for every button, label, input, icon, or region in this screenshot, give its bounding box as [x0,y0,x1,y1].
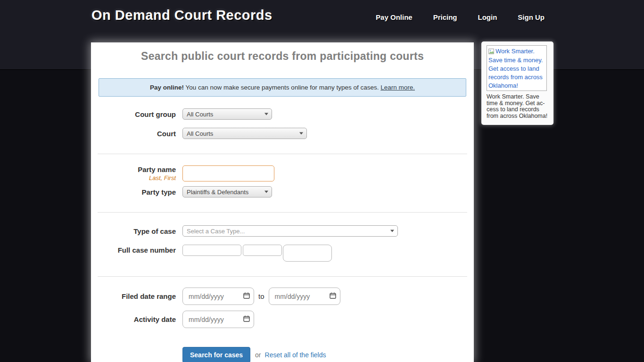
case-number-part3-input[interactable] [283,245,332,262]
party-type-label: Party type [99,188,182,196]
section-divider [98,276,467,277]
court-label: Court [99,130,182,138]
filed-date-from-input[interactable] [182,288,254,305]
court-group-select[interactable]: All Courts [182,108,272,120]
sidebar-ad-card: Work Smarter. Save time & money. Get acc… [481,41,553,125]
page-title: Search public court records from partici… [91,42,474,70]
activity-date-input[interactable] [182,311,254,328]
case-number-part2-input[interactable] [243,245,282,256]
case-type-label: Type of case [99,227,182,235]
section-divider [98,212,467,213]
pay-online-alert: Pay online! You can now make secure paym… [99,78,466,97]
nav-pricing[interactable]: Pricing [433,13,457,21]
search-card: Search public court records from partici… [91,42,474,362]
page: On Demand Court Records Pay Online Prici… [0,0,644,362]
or-text: or [255,351,261,359]
filed-date-range-label: Filed date range [99,292,182,300]
header-nav: Pay Online Pricing Login Sign Up [376,13,545,21]
brand-logo[interactable]: On Demand Court Records [91,8,272,23]
court-group-label: Court group [99,110,182,118]
broken-image-icon [488,49,494,56]
case-number-part1-input[interactable] [182,245,241,256]
ad-caption-text: Work Smarter. Save time & money. Get ac­… [487,94,548,119]
court-select[interactable]: All Courts [182,128,307,139]
alert-text: You can now make secure payments online … [184,84,380,91]
party-name-input[interactable] [182,165,274,181]
nav-pay-online[interactable]: Pay Online [376,13,413,21]
case-number-label: Full case number [99,245,182,254]
alert-bold-text: Pay online! [150,84,184,91]
search-for-cases-button[interactable]: Search for cases [182,347,250,362]
date-range-to-text: to [258,292,264,300]
search-form: Court group All Courts Court All Courts [91,108,474,362]
nav-sign-up[interactable]: Sign Up [518,13,545,21]
ad-alt-text: Work Smarter. Save time & money. Get acc… [488,48,543,89]
party-type-select[interactable]: Plaintiffs & Defendants [182,186,272,197]
reset-fields-link[interactable]: Reset all of the fields [265,351,326,359]
ad-broken-image[interactable]: Work Smarter. Save time & money. Get acc… [487,45,547,91]
activity-date-label: Activity date [99,315,182,323]
section-divider [98,154,467,154]
learn-more-link[interactable]: Learn more. [380,84,415,91]
nav-login[interactable]: Login [478,13,497,21]
case-type-select[interactable]: Select a Case Type... [182,225,398,237]
filed-date-to-input[interactable] [269,288,340,305]
party-name-hint: Last, First [99,174,176,181]
party-name-label: Party name [99,165,176,173]
